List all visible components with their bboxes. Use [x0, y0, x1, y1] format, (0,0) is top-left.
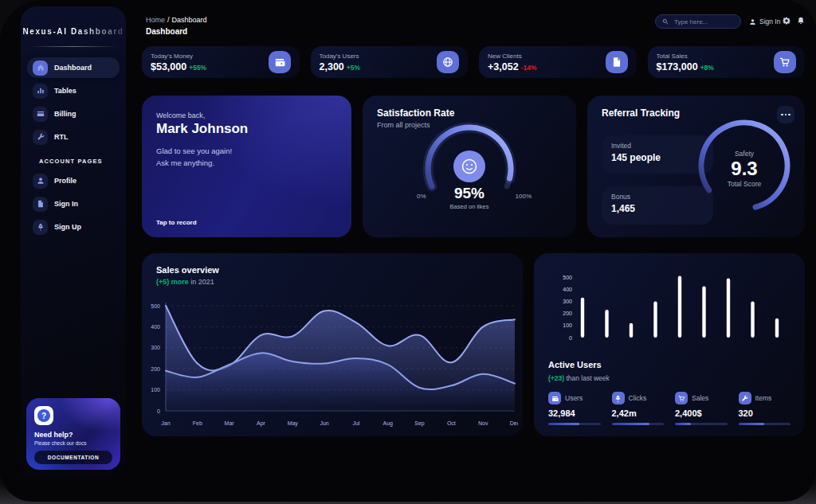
welcome-greeting: Welcome back, — [156, 111, 205, 119]
svg-text:200: 200 — [563, 311, 572, 316]
rocket-icon — [33, 220, 48, 235]
stat-card-new-clients: New Clients +3,052-14% — [479, 46, 637, 78]
referral-card: Referral Tracking Invited 145 people Bon… — [587, 96, 805, 237]
stat-label: Today's Users — [320, 53, 361, 60]
sign-in-button[interactable]: Sign In — [749, 14, 780, 29]
stat-value: $173,000+8% — [657, 61, 714, 72]
sign-in-label: Sign In — [759, 18, 780, 25]
svg-text:Sep: Sep — [414, 420, 425, 427]
stat-value: 2,300+5% — [320, 61, 361, 72]
svg-text:500: 500 — [563, 275, 572, 280]
stat-delta: +55% — [189, 64, 206, 72]
sidebar-item-label: Tables — [54, 87, 76, 95]
svg-text:Apr: Apr — [257, 420, 266, 427]
tables-icon — [33, 84, 48, 99]
stat-delta: +8% — [700, 64, 714, 72]
app-window: Nexus-AI Dashboard Dashboard Tables Bill… — [0, 0, 816, 502]
search-input[interactable] — [673, 18, 734, 26]
svg-text:100: 100 — [151, 387, 160, 393]
stat-value: +3,052-14% — [488, 61, 536, 72]
satisfaction-value: 95% Based on likes — [363, 185, 576, 210]
welcome-message: Glad to see you again! Ask me anything. — [156, 145, 232, 169]
active-users-card: 0100200300400500 Active Users (+23) than… — [534, 253, 805, 436]
sidebar-item-label: Profile — [54, 177, 76, 185]
svg-text:300: 300 — [563, 299, 572, 304]
mini-stat-items: Items 320 — [739, 392, 791, 425]
breadcrumb: Home/Dashboard — [146, 16, 207, 24]
sidebar-item-sign-in[interactable]: Sign In — [27, 193, 120, 214]
svg-text:0: 0 — [569, 335, 572, 341]
globe-icon — [437, 51, 459, 73]
stat-label: New Clients — [488, 53, 536, 60]
document-icon — [606, 51, 628, 73]
satisfaction-card: Satisfaction Rate From all projects 0% 1… — [363, 96, 576, 237]
stat-label: Today's Money — [151, 53, 206, 60]
breadcrumb-current: Dashboard — [172, 16, 207, 24]
svg-text:400: 400 — [151, 324, 160, 330]
referral-title: Referral Tracking — [602, 107, 680, 119]
brand-title: Nexus-AI Dashboard — [21, 27, 126, 36]
mini-stat-clicks: Clicks 2,42m — [612, 392, 665, 425]
bell-icon[interactable] — [797, 17, 805, 25]
person-icon — [749, 18, 756, 25]
stat-card-todays-users: Today's Users 2,300+5% — [311, 46, 469, 78]
sidebar-item-label: Dashboard — [54, 64, 92, 72]
mini-stat-users: Users 32,984 — [548, 392, 601, 425]
sidebar-item-dashboard[interactable]: Dashboard — [27, 57, 120, 78]
sidebar-section-label: ACCOUNT PAGES — [39, 158, 120, 165]
breadcrumb-separator: / — [167, 16, 170, 24]
search-box[interactable] — [655, 14, 741, 29]
sidebar: Nexus-AI Dashboard Dashboard Tables Bill… — [21, 6, 126, 478]
gear-icon[interactable] — [783, 17, 790, 25]
sidebar-item-sign-up[interactable]: Sign Up — [27, 217, 120, 237]
billing-icon — [33, 107, 48, 122]
rocket-icon — [612, 392, 625, 404]
wrench-icon — [33, 130, 48, 145]
svg-text:Aug: Aug — [382, 420, 393, 427]
sidebar-item-billing[interactable]: Billing — [27, 104, 120, 124]
sidebar-item-label: Sign In — [54, 200, 78, 208]
stats-row: Today's Money $53,000+55% Today's Users … — [142, 46, 805, 78]
help-card: ? Need help? Please check our docs DOCUM… — [26, 398, 120, 470]
help-subtitle: Please check our docs — [34, 440, 112, 446]
sidebar-nav: Dashboard Tables Billing RTL ACCOUNT PAG… — [21, 57, 126, 237]
active-users-delta: (+23) than last week — [548, 374, 610, 382]
svg-text:400: 400 — [563, 287, 572, 292]
stat-card-todays-money: Today's Money $53,000+55% — [142, 46, 300, 78]
referral-gauge-caption: Total Score — [688, 180, 800, 188]
stat-value: $53,000+55% — [151, 61, 206, 72]
document-icon — [33, 197, 48, 212]
sales-overview-chart: 0100200300400500JanFebMarAprMayJunJulAug… — [148, 293, 518, 430]
breadcrumb-root[interactable]: Home — [146, 16, 165, 24]
svg-text:Jun: Jun — [320, 420, 328, 426]
tap-to-record-button[interactable]: Tap to record — [156, 219, 197, 226]
sales-overview-title: Sales overview — [156, 265, 219, 275]
cart-icon — [774, 51, 796, 73]
sidebar-item-rtl[interactable]: RTL — [27, 127, 120, 147]
progress-bar — [548, 423, 601, 425]
documentation-button[interactable]: DOCUMENTATION — [34, 451, 112, 464]
svg-text:300: 300 — [151, 345, 160, 350]
svg-text:500: 500 — [151, 303, 160, 309]
help-title: Need help? — [34, 431, 112, 439]
sidebar-item-tables[interactable]: Tables — [27, 80, 120, 101]
svg-text:Jul: Jul — [352, 420, 359, 426]
person-icon — [33, 174, 48, 189]
sidebar-item-profile[interactable]: Profile — [27, 170, 120, 191]
sidebar-item-label: RTL — [54, 133, 69, 141]
sidebar-item-label: Billing — [54, 110, 76, 118]
welcome-name: Mark Johnson — [156, 121, 248, 137]
stat-label: Total Sales — [657, 53, 714, 60]
wallet-icon — [269, 51, 291, 73]
wallet-icon — [548, 392, 561, 404]
sidebar-divider — [29, 46, 118, 47]
sales-overview-subtitle: (+5) more in 2021 — [156, 278, 214, 286]
progress-bar — [739, 423, 791, 425]
active-users-title: Active Users — [548, 360, 602, 369]
active-users-bar-chart: 0100200300400500 — [547, 264, 794, 354]
svg-text:Dec: Dec — [510, 420, 518, 426]
stat-delta: -14% — [521, 64, 537, 72]
sidebar-item-label: Sign Up — [54, 223, 81, 231]
progress-bar — [675, 423, 728, 425]
welcome-card: Welcome back, Mark Johnson Glad to see y… — [142, 96, 351, 237]
